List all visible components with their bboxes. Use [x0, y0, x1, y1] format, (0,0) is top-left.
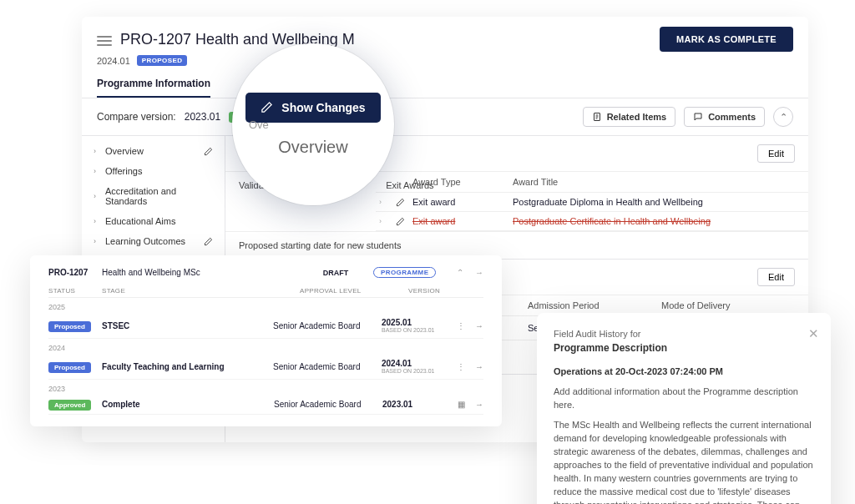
pencil-icon: [204, 147, 213, 156]
window-header: PRO-1207 Health and Wellbeing M MARK AS …: [82, 17, 808, 55]
status-badge: Approved: [48, 400, 91, 411]
version-text: 2024.01: [97, 56, 130, 66]
award-type: Exit award: [412, 216, 513, 226]
audit-heading: Programme Description: [554, 341, 814, 355]
sidebar-item-label: Learning Outcomes: [105, 236, 197, 246]
arrow-right-icon[interactable]: →: [475, 268, 483, 277]
arrow-right-icon[interactable]: →: [475, 400, 483, 409]
status-badge-proposed: PROPOSED: [137, 55, 188, 66]
audit-note: Add additional information about the Pro…: [554, 386, 814, 412]
zoom-overview-label: Overview: [278, 138, 347, 157]
arrow-right-icon[interactable]: →: [475, 362, 483, 371]
sidebar-item-learning-outcomes[interactable]: ›Learning Outcomes: [82, 231, 225, 251]
mark-as-complete-button[interactable]: MARK AS COMPLETE: [660, 27, 793, 52]
versions-col-approval: APPROVAL LEVEL: [300, 287, 408, 295]
collapse-icon[interactable]: ⌃: [773, 107, 793, 127]
pencil-icon[interactable]: [396, 198, 412, 207]
version-row[interactable]: ApprovedCompleteSenior Academic Board202…: [48, 395, 483, 415]
version-number: 2024.01: [382, 359, 412, 368]
award-type: Exit award: [412, 197, 513, 207]
version-code: PRO-1207: [48, 268, 102, 277]
sidebar-item-educational-aims[interactable]: ›Educational Aims: [82, 211, 225, 231]
related-items-label: Related Items: [607, 112, 667, 122]
status-badge: Proposed: [48, 362, 91, 373]
version-subheader: 2024.01 PROPOSED: [82, 55, 808, 71]
document-icon: [592, 112, 602, 122]
chevron-right-icon: ›: [379, 198, 392, 206]
comment-icon: [693, 112, 703, 122]
chevron-right-icon: ›: [379, 217, 392, 225]
version-stage: Complete: [102, 400, 274, 409]
tab-programme-information[interactable]: Programme Information: [97, 71, 210, 98]
close-icon[interactable]: ✕: [808, 325, 819, 343]
arrow-right-icon[interactable]: →: [475, 321, 483, 330]
comments-button[interactable]: Comments: [684, 107, 765, 127]
zoom-circle: Ove Show Changes Overview: [232, 43, 394, 205]
programme-badge: PROGRAMME: [373, 267, 436, 278]
version-stage: Faculty Teaching and Learning: [102, 362, 273, 371]
version-year: 2024: [48, 339, 483, 354]
version-stage: STSEC: [102, 321, 273, 330]
sidebar-item-accreditation-and-standards[interactable]: ›Accreditation and Standards: [82, 181, 225, 211]
pencil-icon: [204, 237, 213, 246]
chevron-right-icon: ›: [94, 147, 99, 155]
versions-col-stage: STAGE: [102, 287, 300, 295]
chevron-up-icon[interactable]: ⌃: [457, 268, 463, 277]
chevron-right-icon: ›: [94, 167, 99, 175]
compare-label: Compare version:: [97, 111, 176, 123]
chevron-right-icon: ›: [94, 217, 99, 225]
version-based-on: BASED ON 2023.01: [382, 327, 457, 333]
version-approval: Senior Academic Board: [273, 321, 382, 330]
offerings-col-admission: Admission Period: [528, 300, 661, 310]
calendar-icon[interactable]: ▦: [458, 400, 465, 409]
award-title: Postgraduate Certificate in Health and W…: [513, 216, 795, 226]
tabs: Programme Information: [82, 71, 808, 98]
chevron-right-icon: ›: [94, 192, 99, 200]
versions-col-version: VERSION: [408, 287, 483, 295]
award-title-header: Award Title: [513, 177, 795, 187]
menu-icon[interactable]: [97, 33, 112, 45]
status-badge: Proposed: [48, 321, 91, 332]
compare-bar: Compare version: 2023.01 APPROVED Sh ‹ ›…: [82, 98, 808, 136]
edit-offerings-button[interactable]: Edit: [757, 268, 795, 286]
award-type-header: Award Type: [412, 177, 513, 187]
sidebar-item-offerings[interactable]: ›Offerings: [82, 161, 225, 181]
edit-overview-button[interactable]: Edit: [757, 144, 795, 163]
version-approval: Senior Academic Board: [274, 400, 382, 409]
version-year: 2025: [48, 298, 483, 313]
versions-card: PRO-1207 Health and Wellbeing MSc DRAFT …: [30, 255, 502, 426]
version-row[interactable]: ProposedSTSECSenior Academic Board2025.0…: [48, 313, 483, 339]
zoom-ov-masked: Ove: [249, 118, 269, 131]
version-name: Health and Wellbeing MSc: [102, 268, 298, 277]
sidebar-item-label: Accreditation and Standards: [105, 186, 213, 206]
pencil-icon[interactable]: [396, 217, 412, 226]
sidebar-item-overview[interactable]: ›Overview: [82, 141, 225, 161]
related-items-button[interactable]: Related Items: [583, 107, 676, 127]
version-row[interactable]: ProposedFaculty Teaching and LearningSen…: [48, 354, 483, 380]
offerings-col-mode: Mode of Delivery: [661, 300, 795, 310]
version-based-on: BASED ON 2023.01: [382, 368, 457, 374]
audit-operation: Operations at 20-Oct-2023 07:24:00 PM: [554, 365, 814, 379]
audit-pre: Field Audit History for: [554, 328, 814, 341]
award-title: Postgraduate Diploma in Health and Wellb…: [513, 197, 795, 207]
comments-label: Comments: [708, 112, 756, 122]
sidebar-item-label: Offerings: [105, 166, 213, 176]
version-number: 2023.01: [382, 400, 412, 409]
version-status-draft: DRAFT: [298, 269, 373, 277]
award-row[interactable]: ›Exit awardPostgraduate Certificate in H…: [376, 212, 808, 231]
version-year: 2023: [48, 380, 483, 395]
sidebar-item-label: Educational Aims: [105, 216, 213, 226]
show-changes-label: Show Changes: [281, 101, 365, 114]
chevron-right-icon: ›: [94, 237, 99, 245]
award-row[interactable]: ›Exit awardPostgraduate Diploma in Healt…: [376, 193, 808, 212]
compare-version-value[interactable]: 2023.01: [185, 111, 220, 123]
audit-history-card: ✕ Field Audit History for Programme Desc…: [537, 313, 831, 504]
more-icon[interactable]: ⋮: [457, 362, 465, 371]
more-icon[interactable]: ⋮: [457, 321, 465, 330]
version-number: 2025.01: [382, 318, 412, 327]
version-approval: Senior Academic Board: [273, 362, 382, 371]
audit-body: The MSc Health and Wellbeing reflects th…: [554, 419, 814, 504]
pencil-icon: [261, 101, 273, 113]
versions-col-status: STATUS: [48, 287, 102, 295]
sidebar-item-label: Overview: [105, 146, 197, 156]
